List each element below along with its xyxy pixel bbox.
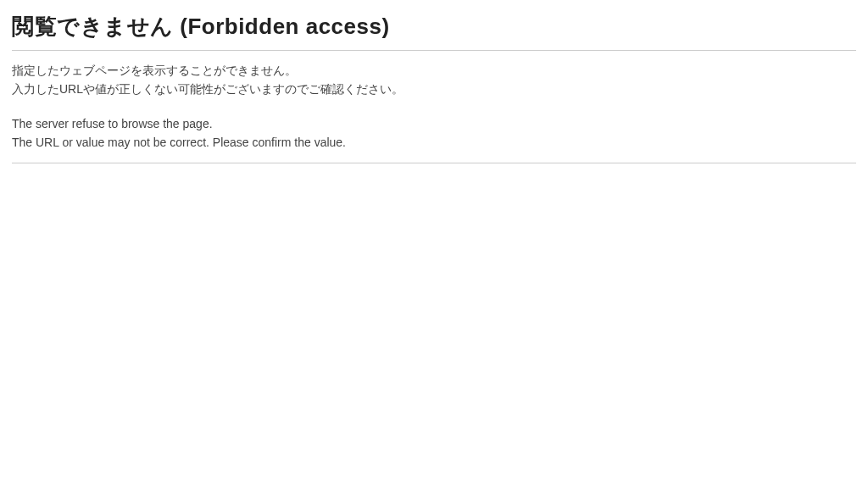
message-jp-line1: 指定したウェブページを表示することができません。 (12, 61, 856, 80)
paragraph-spacer (12, 99, 856, 114)
divider-top (12, 50, 856, 51)
message-en-line1: The server refuse to browse the page. (12, 114, 856, 133)
page-title: 閲覧できません (Forbidden access) (12, 12, 856, 42)
error-message-block: 指定したウェブページを表示することができません。 入力したURLや値が正しくない… (12, 61, 856, 152)
message-en-line2: The URL or value may not be correct. Ple… (12, 133, 856, 152)
divider-bottom (12, 163, 856, 163)
message-jp-line2: 入力したURLや値が正しくない可能性がございますのでご確認ください。 (12, 80, 856, 98)
